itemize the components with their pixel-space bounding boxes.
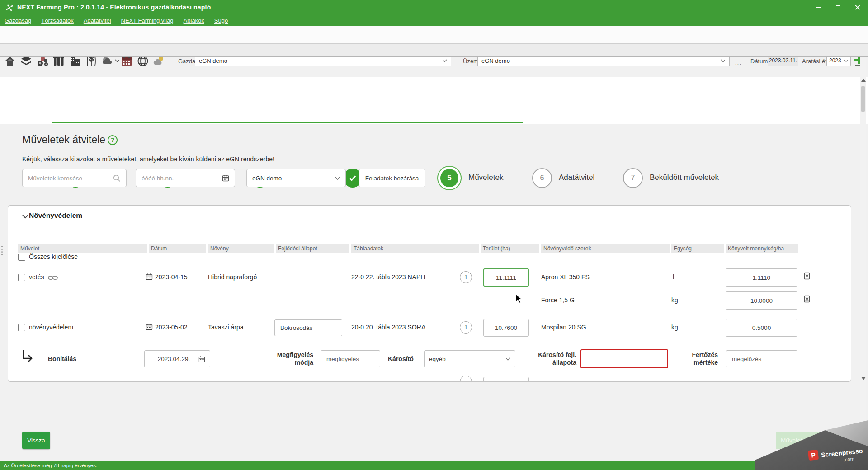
wizard-steps: Általános Törzsadatok Táblák Növények 5 … — [0, 77, 868, 124]
scroll-down-arrow[interactable] — [861, 377, 866, 380]
close-button[interactable] — [850, 2, 865, 13]
row2-crop: Tavaszi árpa — [208, 324, 244, 331]
col-header-noveny[interactable]: Növény — [208, 244, 274, 253]
datum-label: Dátum — [750, 58, 768, 65]
menu-gazdasag[interactable]: Gazdaság — [5, 17, 31, 24]
menu-adatatvitel[interactable]: Adatátvitel — [84, 17, 111, 24]
row1-product1-qty-input[interactable] — [726, 268, 797, 287]
row2-area-input[interactable] — [483, 319, 529, 337]
row1-operation: vetés — [29, 273, 44, 281]
next-row-area-input[interactable] — [483, 377, 529, 382]
infection-level-input[interactable] — [726, 350, 797, 367]
pest-label: Károsító — [388, 355, 414, 363]
menu-torzsadatok[interactable]: Törzsadatok — [41, 17, 74, 24]
calendar-icon — [146, 323, 153, 330]
panel-divider — [14, 231, 846, 231]
page-subtitle: Kérjük, válassza ki azokat a műveleteket… — [22, 155, 274, 163]
search-placeholder: Műveletek keresése — [28, 175, 82, 182]
row1-crop: Hibrid napraforgó — [208, 273, 257, 281]
delete-icon[interactable] — [803, 271, 811, 280]
col-header-muvelet[interactable]: Művelet — [18, 244, 147, 253]
step-6-number: 6 — [540, 174, 544, 182]
row1-product2-name: Force 1,5 G — [541, 296, 575, 304]
title-bar: NEXT Farming Pro : 2.0.1.14 - Elektronik… — [0, 0, 868, 15]
step-7-circle[interactable]: 7 — [623, 168, 643, 188]
col-header-terulet[interactable]: Terület (ha) — [481, 244, 539, 253]
col-header-datum[interactable]: Dátum — [149, 244, 206, 253]
row2-field-data: 20-0 20. tábla 2023 SÖRÁ — [351, 324, 425, 331]
farm-filter-select[interactable]: eGN demo — [246, 169, 346, 187]
restore-button[interactable] — [831, 2, 845, 13]
select-all-label: Összes kijelölése — [29, 253, 78, 260]
aratasi-ev-value: 2023 — [829, 57, 841, 64]
observation-method-label: Megfigyelés módja — [264, 351, 313, 367]
step-5-label[interactable]: Műveletek — [468, 173, 503, 182]
scrollbar-thumb[interactable] — [861, 86, 865, 112]
tab-bar: Elektronikus gazdálkodási napló × Táblat… — [0, 44, 868, 57]
col-header-fejlodesi-allapot[interactable]: Fejlődési állapot — [276, 244, 349, 253]
next-row-count-badge — [460, 376, 472, 382]
scroll-up-arrow[interactable] — [861, 79, 866, 82]
vertical-scrollbar[interactable] — [860, 57, 866, 461]
window-title: NEXT Farming Pro : 2.0.1.14 - Elektronik… — [17, 4, 211, 11]
calendar-icon — [146, 273, 153, 280]
menu-sugo[interactable]: Súgó — [214, 17, 228, 24]
row2-product1-qty-input[interactable] — [726, 319, 797, 337]
row2-count-badge: 1 — [460, 321, 472, 334]
pest-stage-input[interactable] — [580, 349, 668, 368]
chevron-down-icon — [335, 177, 340, 180]
col-header-konyvelt-mennyiseg[interactable]: Könyvelt mennyiség/ha — [726, 244, 798, 253]
panel-title: Növényvédelem — [29, 212, 82, 220]
pest-select[interactable]: egyéb — [424, 350, 515, 367]
delete-icon[interactable] — [803, 294, 811, 303]
date-filter-input[interactable]: éééé.hh.nn. — [136, 169, 235, 187]
row2-operation: növényvédelem — [29, 324, 73, 331]
menu-next-farming-vilag[interactable]: NEXT Farming világ — [121, 17, 174, 24]
row2-growth-stage-input[interactable] — [274, 319, 342, 336]
row1-field-data: 22-0 22. tábla 2023 NAPH — [351, 273, 425, 281]
calendar-icon[interactable] — [198, 356, 205, 362]
page-title: Műveletek átvitele — [22, 134, 105, 146]
row1-product2-unit: kg — [671, 296, 678, 304]
status-bar: Az Ön élesítése még 78 napig érvényes. — [0, 461, 868, 470]
date-placeholder: éééé.hh.nn. — [142, 175, 174, 182]
screenpresso-logo: P — [808, 450, 819, 461]
col-header-tablaadatok[interactable]: Táblaadatok — [351, 244, 479, 253]
help-icon[interactable]: ? — [108, 135, 118, 145]
col-header-novenyvedo-szerek[interactable]: Növényvédő szerek — [541, 244, 670, 253]
col-header-egyseg[interactable]: Egység — [671, 244, 724, 253]
row1-area-input[interactable] — [483, 268, 529, 287]
chevron-down-icon — [442, 59, 447, 62]
infection-level-label: Fertőzés mértéke — [681, 351, 718, 367]
step-6-label[interactable]: Adatátvitel — [559, 173, 594, 182]
mouse-cursor — [515, 294, 523, 304]
row1-checkbox[interactable] — [18, 274, 25, 281]
sub-row-arrow-icon — [22, 349, 33, 362]
close-tasks-button[interactable]: Feladatok bezárása — [359, 169, 425, 187]
step-7-label[interactable]: Beküldött műveletek — [650, 173, 719, 182]
row1-product2-qty-input[interactable] — [726, 291, 797, 310]
row1-count-badge: 1 — [460, 271, 472, 283]
chevron-down-icon — [721, 59, 726, 62]
row2-product1-unit: kg — [671, 324, 678, 331]
gazdasag-select-value: eGN demo — [199, 57, 227, 64]
bonitalas-date-input[interactable]: 2023.04.29. — [144, 350, 210, 367]
toolbar: Gazdaság eGN demo Üzem eGN demo ... Dátu… — [0, 26, 868, 44]
select-all-checkbox[interactable] — [18, 254, 25, 261]
weather-dropdown-icon[interactable] — [115, 59, 120, 62]
row2-checkbox[interactable] — [18, 324, 25, 331]
observation-method-input[interactable] — [321, 350, 380, 367]
link-icon[interactable] — [48, 275, 58, 281]
step-7-number: 7 — [631, 174, 635, 182]
operations-search-input[interactable]: Műveletek keresése — [22, 169, 127, 187]
collapse-chevron-icon[interactable] — [22, 214, 29, 219]
minimize-button[interactable] — [811, 2, 826, 13]
back-button[interactable]: Vissza — [22, 432, 50, 449]
bonitalas-label: Bonitálás — [48, 355, 76, 363]
step-6-circle[interactable]: 6 — [532, 168, 552, 188]
step-5-circle[interactable]: 5 — [437, 166, 462, 190]
row2-product1-name: Mospilan 20 SG — [541, 324, 586, 331]
check-icon — [347, 173, 358, 183]
menu-ablakok[interactable]: Ablakok — [184, 17, 204, 24]
drag-handle[interactable] — [1, 246, 3, 255]
